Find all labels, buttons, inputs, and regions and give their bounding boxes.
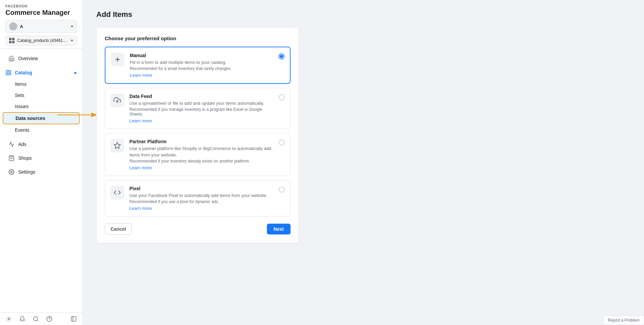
svg-rect-2 — [6, 73, 8, 75]
sidebar-item-issues[interactable]: Issues — [3, 101, 80, 112]
svg-rect-1 — [9, 70, 11, 72]
svg-point-6 — [8, 318, 10, 320]
svg-rect-0 — [6, 70, 8, 72]
sidebar-item-sets[interactable]: Sets — [3, 90, 80, 101]
sidebar-item-ads[interactable]: Ads — [3, 138, 80, 151]
bell-icon[interactable] — [19, 316, 26, 322]
option-manual[interactable]: Manual Fill in a form to add multiple it… — [105, 47, 291, 84]
data-feed-content: Data Feed Use a spreadsheet or file to a… — [129, 94, 273, 123]
manual-desc: Fill in a form to add multiple items to … — [130, 59, 273, 66]
manual-learn-more[interactable]: Learn more — [130, 73, 152, 78]
pixel-desc: Use your Facebook Pixel to automatically… — [129, 193, 273, 199]
sidebar-item-overview-label: Overview — [18, 56, 38, 61]
pixel-learn-more[interactable]: Learn more — [129, 206, 152, 211]
pixel-icon — [110, 186, 124, 199]
report-problem-button[interactable]: Report a Problem — [603, 316, 644, 325]
sidebar-item-overview[interactable]: Overview — [3, 52, 80, 65]
sidebar-item-events-label: Events — [15, 127, 29, 133]
data-feed-recommended: Recommended if you manage inventory in a… — [129, 107, 273, 117]
data-feed-desc: Use a spreadsheet or file to add and upd… — [129, 100, 273, 106]
catalog-chevron-icon — [71, 40, 73, 42]
svg-rect-10 — [71, 317, 76, 321]
account-name: A — [20, 24, 68, 29]
card-footer: Cancel Next — [105, 223, 291, 235]
data-feed-title: Data Feed — [129, 94, 273, 99]
add-items-card: Choose your preferred option Manual Fill… — [96, 27, 299, 243]
card-subtitle: Choose your preferred option — [105, 35, 291, 41]
partner-platform-radio[interactable] — [279, 140, 285, 146]
sidebar-item-ads-label: Ads — [18, 142, 26, 147]
partner-platform-content: Partner Platform Use a partner platform … — [129, 139, 273, 170]
sidebar-item-data-sources[interactable]: Data sources — [3, 112, 80, 124]
account-selector[interactable]: A — [5, 20, 77, 33]
app-title: Commerce Manager — [5, 9, 77, 17]
svg-rect-3 — [9, 73, 11, 75]
home-icon — [8, 55, 15, 62]
sidebar-nav: Overview Catalog Items — [0, 49, 82, 312]
next-button[interactable]: Next — [267, 224, 291, 234]
data-feed-icon — [110, 94, 124, 107]
sidebar-item-events[interactable]: Events — [3, 125, 80, 135]
catalog-selector[interactable]: Catalog_products (43461994... — [5, 35, 77, 46]
partner-platform-icon — [110, 139, 124, 152]
sidebar-item-settings[interactable]: Settings — [3, 165, 80, 179]
partner-platform-learn-more[interactable]: Learn more — [129, 165, 152, 170]
option-pixel[interactable]: Pixel Use your Facebook Pixel to automat… — [105, 180, 291, 217]
catalog-expand-icon — [74, 72, 77, 74]
catalog-section: Catalog Items Sets Issues Data sources E… — [0, 66, 82, 137]
manual-radio[interactable] — [278, 53, 284, 59]
manual-content: Manual Fill in a form to add multiple it… — [130, 53, 273, 78]
manual-icon — [111, 53, 124, 66]
chevron-down-icon — [71, 26, 73, 27]
partner-platform-title: Partner Platform — [129, 139, 273, 144]
catalog-grid-icon — [9, 38, 15, 43]
option-partner-platform[interactable]: Partner Platform Use a partner platform … — [105, 133, 291, 176]
manual-title: Manual — [130, 53, 273, 58]
catalog-name: Catalog_products (43461994... — [17, 38, 68, 43]
gear-bottom-icon[interactable] — [5, 316, 12, 322]
avatar — [9, 22, 17, 30]
catalog-section-header[interactable]: Catalog — [0, 67, 82, 78]
data-feed-radio[interactable] — [279, 94, 285, 100]
data-feed-learn-more[interactable]: Learn more — [129, 118, 152, 123]
catalog-section-label: Catalog — [15, 70, 32, 75]
main-content: Add Items Choose your preferred option M… — [83, 0, 644, 325]
sidebar-item-sets-label: Sets — [15, 93, 24, 98]
catalog-section-icon — [5, 70, 11, 76]
cancel-button[interactable]: Cancel — [105, 223, 132, 235]
sidebar-item-settings-label: Settings — [18, 169, 35, 175]
partner-platform-desc: Use a partner platform like Shopify or B… — [129, 146, 273, 158]
manual-recommended: Recommended for a small inventory that r… — [130, 66, 273, 71]
help-icon[interactable] — [46, 316, 53, 322]
sidebar-top: FACEBOOK Commerce Manager A Catalog_prod… — [0, 0, 82, 49]
brand-label: FACEBOOK — [5, 4, 77, 8]
svg-line-8 — [37, 320, 38, 321]
shops-icon — [8, 155, 15, 161]
ads-icon — [8, 141, 15, 148]
pixel-content: Pixel Use your Facebook Pixel to automat… — [129, 186, 273, 211]
partner-platform-recommended: Recommended if your inventory already ex… — [129, 159, 273, 164]
sidebar-item-items[interactable]: Items — [3, 79, 80, 90]
sidebar-item-items-label: Items — [15, 81, 26, 87]
sidebar: FACEBOOK Commerce Manager A Catalog_prod… — [0, 0, 83, 325]
option-data-feed[interactable]: Data Feed Use a spreadsheet or file to a… — [105, 88, 291, 129]
pixel-recommended: Recommended if you use a pixel for dynam… — [129, 199, 273, 204]
search-icon[interactable] — [32, 316, 39, 322]
sidebar-item-data-sources-label: Data sources — [16, 116, 45, 121]
sidebar-item-issues-label: Issues — [15, 104, 28, 109]
sidebar-bottom — [0, 312, 82, 325]
svg-marker-17 — [114, 143, 120, 148]
sidebar-toggle-icon[interactable] — [70, 316, 77, 322]
page-title: Add Items — [96, 10, 630, 19]
sidebar-item-shops-label: Shops — [18, 155, 32, 161]
settings-icon — [8, 169, 15, 175]
sidebar-item-shops[interactable]: Shops — [3, 151, 80, 165]
svg-point-7 — [33, 317, 38, 321]
pixel-radio[interactable] — [279, 186, 285, 193]
pixel-title: Pixel — [129, 186, 273, 191]
svg-point-5 — [11, 171, 13, 173]
